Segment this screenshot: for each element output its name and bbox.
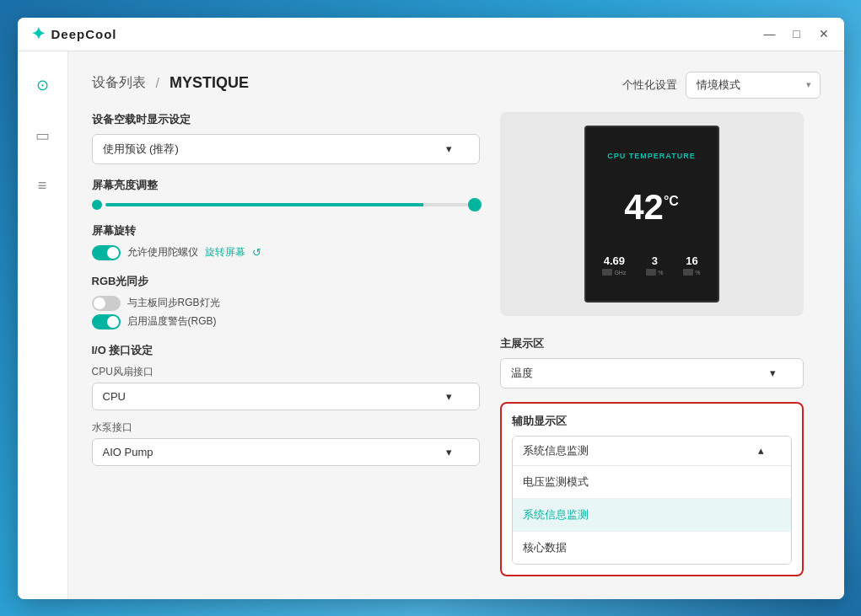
titlebar: ✦ DeepCool — □ ✕ [18,18,844,51]
stat-pct1-sub: % [658,270,663,276]
rotate-screen-link[interactable]: 旋转屏幕 [205,245,245,260]
titlebar-controls: — □ ✕ [763,27,831,40]
logo-icon: ✦ [31,24,46,44]
aux-dropdown-selected[interactable]: 系统信息监测 ▴ [513,437,791,466]
breadcrumb-parent: 设备列表 [92,74,146,92]
rgb-sync-row: 与主板同步RGB灯光 [92,296,480,311]
sidebar-item-settings[interactable]: ≡ [25,169,59,203]
rgb-temp-label: 启用温度警告(RGB) [127,314,217,329]
maximize-button[interactable]: □ [790,27,804,40]
rotation-section: 屏幕旋转 允许使用陀螺仪 旋转屏幕 ↺ [92,223,480,260]
main-display-section: 主展示区 温度 ▾ [500,336,804,388]
water-pump-dropdown[interactable]: AIO Pump ▾ [92,438,480,466]
main-display-value: 温度 [511,366,533,381]
stat-ghz-icons: GHz [602,269,626,276]
chevron-down-icon: ▾ [446,142,452,155]
stat-pct2-icons: % [683,269,700,276]
water-pump-value: AIO Pump [103,446,153,458]
main-display-dropdown[interactable]: 温度 ▾ [500,358,804,388]
stat-ghz: 4.69 GHz [602,254,626,276]
idle-display-value: 使用预设 (推荐) [103,142,179,157]
right-panel: CPU TEMPERATURE 42 °C 4.69 G [500,112,804,579]
rgb-section: RGB光同步 与主板同步RGB灯光 启用温度警告(RGB) [92,274,480,329]
aux-display-section: 辅助显示区 系统信息监测 ▴ 电压监测模式 系统信息监测 核心数据 [500,402,804,576]
slider-thumb[interactable] [468,198,482,212]
chevron-down-icon: ▾ [446,390,452,403]
sidebar-item-clock[interactable]: ⊙ [25,68,59,102]
settings-icon: ≡ [38,177,47,195]
rgb-temp-row: 启用温度警告(RGB) [92,314,480,329]
close-button[interactable]: ✕ [817,27,831,40]
monitor-icon: ▭ [35,126,50,145]
stats-row: 4.69 GHz 3 [593,254,711,276]
aux-option-3[interactable]: 核心数据 [513,532,791,564]
personalization-dropdown[interactable]: 情境模式 ▾ [686,72,821,99]
gyro-label: 允许使用陀螺仪 [127,245,198,260]
chevron-down-icon: ▾ [806,79,811,90]
stat-pct1-value: 3 [652,254,658,267]
main-content: 设备列表 / MYSTIQUE 个性化设置 情境模式 ▾ [68,51,844,599]
chevron-down-icon: ▾ [770,367,776,379]
aux-display-dropdown[interactable]: 系统信息监测 ▴ 电压监测模式 系统信息监测 核心数据 [512,436,792,565]
cpu-fan-label: CPU风扇接口 [92,365,480,379]
idle-display-title: 设备空载时显示设定 [92,112,480,127]
gyro-toggle-row: 允许使用陀螺仪 旋转屏幕 ↺ [92,245,480,260]
clock-icon: ⊙ [36,76,49,94]
aux-option-2[interactable]: 系统信息监测 [513,499,791,532]
aux-dropdown-options: 电压监测模式 系统信息监测 核心数据 [513,466,791,564]
rgb-title: RGB光同步 [92,274,480,289]
idle-display-dropdown[interactable]: 使用预设 (推荐) ▾ [92,134,480,164]
brightness-title: 屏幕亮度调整 [92,178,480,193]
breadcrumb-separator: / [156,76,159,91]
stat-ghz-icon [602,269,612,276]
left-panel: 设备空载时显示设定 使用预设 (推荐) ▾ 屏幕亮度调整 [92,112,480,579]
minimize-button[interactable]: — [763,27,777,40]
chevron-up-icon: ▴ [758,444,764,457]
rgb-temp-toggle[interactable] [92,314,121,329]
sidebar-item-monitor[interactable]: ▭ [25,119,59,153]
slider-track[interactable] [105,203,480,206]
rotation-title: 屏幕旋转 [92,223,480,238]
io-title: I/O 接口设定 [92,343,480,358]
personalization-label: 个性化设置 [622,78,677,93]
stat-pct2-icon [683,269,693,276]
app-logo: ✦ DeepCool [31,24,117,44]
cpu-temp-value: 42 °C [624,190,679,225]
cpu-temp-label: CPU TEMPERATURE [607,152,695,160]
aux-display-title: 辅助显示区 [512,414,792,429]
main-display-title: 主展示区 [500,336,804,351]
brightness-slider[interactable] [92,200,480,210]
sidebar: ⊙ ▭ ≡ [18,51,68,599]
stat-pct1-icons: % [646,269,663,276]
stat-pct2: 16 % [683,254,700,276]
page-title: MYSTIQUE [170,74,249,92]
stat-ghz-value: 4.69 [604,254,625,267]
aux-option-1[interactable]: 电压监测模式 [513,466,791,499]
rgb-sync-toggle[interactable] [92,296,121,311]
io-section: I/O 接口设定 CPU风扇接口 CPU ▾ 水泵接口 AIO Pump [92,343,480,476]
app-window: ✦ DeepCool — □ ✕ ⊙ ▭ ≡ 设备列 [18,18,844,599]
idle-display-section: 设备空载时显示设定 使用预设 (推荐) ▾ [92,112,480,164]
water-pump-subsection: 水泵接口 AIO Pump ▾ [92,420,480,466]
stat-pct2-value: 16 [686,254,697,267]
cpu-fan-dropdown[interactable]: CPU ▾ [92,383,480,410]
brightness-section: 屏幕亮度调整 [92,178,480,210]
breadcrumb: 设备列表 / MYSTIQUE [92,74,249,92]
preview-container: CPU TEMPERATURE 42 °C 4.69 G [500,112,804,316]
slider-start-dot [92,200,102,210]
cpu-fan-subsection: CPU风扇接口 CPU ▾ [92,365,480,410]
aux-selected-value: 系统信息监测 [523,443,589,458]
water-pump-label: 水泵接口 [92,420,480,435]
personalization-value: 情境模式 [697,78,740,93]
chevron-down-icon: ▾ [446,446,452,458]
gyro-toggle[interactable] [92,245,121,260]
temp-number: 42 [624,190,664,225]
preview-screen: CPU TEMPERATURE 42 °C 4.69 G [584,126,719,303]
stat-pct1-icon [646,269,656,276]
temp-unit: °C [664,195,679,208]
stat-pct2-sub: % [695,270,700,276]
rgb-sync-label: 与主板同步RGB灯光 [127,296,220,310]
two-column-layout: 设备空载时显示设定 使用预设 (推荐) ▾ 屏幕亮度调整 [92,112,821,579]
content-area: ⊙ ▭ ≡ 设备列表 / MYSTIQUE 个性化设置 情 [18,51,844,599]
stat-pct1: 3 % [646,254,663,276]
